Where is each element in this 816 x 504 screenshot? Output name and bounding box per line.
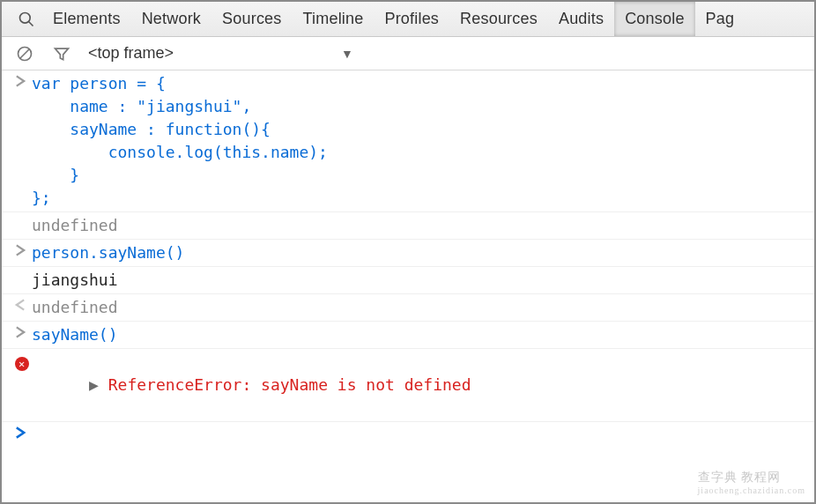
tab-timeline[interactable]: Timeline <box>293 2 375 36</box>
console-error-text: ▶ ReferenceError: sayName is not defined <box>32 351 814 419</box>
input-marker-icon <box>9 241 32 256</box>
console-text: jiangshui <box>32 269 814 292</box>
tab-network[interactable]: Network <box>131 2 211 36</box>
tab-profiles[interactable]: Profiles <box>374 2 449 36</box>
svg-point-0 <box>20 12 31 23</box>
tab-elements[interactable]: Elements <box>42 2 131 36</box>
console-error-row: ✕ ▶ ReferenceError: sayName is not defin… <box>2 349 814 422</box>
clear-console-icon[interactable] <box>14 43 35 64</box>
tab-overflow[interactable]: Pag <box>695 2 746 36</box>
output-marker-icon <box>9 296 32 311</box>
console-toolbar: <top frame> ▼ <box>2 37 814 70</box>
tab-sources[interactable]: Sources <box>211 2 292 36</box>
filter-icon[interactable] <box>51 43 72 64</box>
svg-line-1 <box>29 21 33 26</box>
tab-audits[interactable]: Audits <box>548 2 614 36</box>
console-text: undefined <box>32 296 814 319</box>
svg-line-3 <box>20 49 29 58</box>
console-input-row: person.sayName() <box>2 240 814 267</box>
input-marker-icon <box>9 323 32 338</box>
frame-selector[interactable]: <top frame> ▼ <box>88 44 353 63</box>
watermark: 查字典 教程网 jiaocheng.chazidian.com <box>698 470 805 495</box>
console-result-row: undefined <box>2 212 814 240</box>
console-input-row: var person = { name : "jiangshui", sayNa… <box>2 70 814 212</box>
console-result-row: undefined <box>2 294 814 322</box>
tab-resources[interactable]: Resources <box>449 2 548 36</box>
input-marker-icon <box>9 72 32 87</box>
console-prompt-row[interactable] <box>2 422 814 441</box>
devtools-tabbar: Elements Network Sources Timeline Profil… <box>2 2 814 37</box>
error-icon: ✕ <box>9 351 32 371</box>
blank-gutter <box>9 269 32 271</box>
console-log-row: jiangshui <box>2 267 814 294</box>
expand-triangle-icon[interactable]: ▶ <box>89 375 108 394</box>
console-text: person.sayName() <box>32 241 814 264</box>
console-text: sayName() <box>32 323 814 346</box>
blank-gutter <box>9 214 32 217</box>
chevron-down-icon: ▼ <box>341 47 353 61</box>
frame-selector-label: <top frame> <box>88 44 174 63</box>
console-input-row: sayName() <box>2 322 814 349</box>
console-output: var person = { name : "jiangshui", sayNa… <box>2 70 814 441</box>
search-icon[interactable] <box>11 2 42 36</box>
prompt-marker-icon <box>9 424 32 439</box>
console-text: undefined <box>32 214 814 237</box>
tab-console[interactable]: Console <box>614 2 694 36</box>
console-text: var person = { name : "jiangshui", sayNa… <box>32 72 814 210</box>
